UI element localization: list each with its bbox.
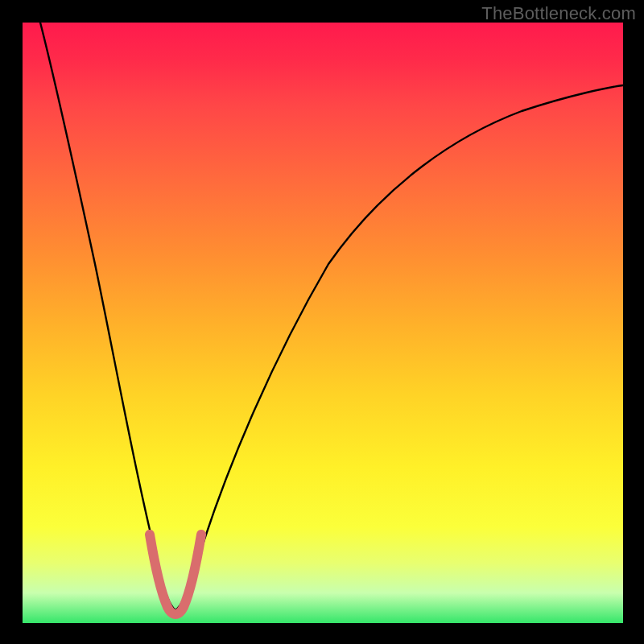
- plot-area: [23, 23, 623, 623]
- chart-frame: TheBottleneck.com: [0, 0, 644, 644]
- watermark-text: TheBottleneck.com: [481, 3, 636, 24]
- highlight-curve: [150, 535, 201, 614]
- main-curve: [40, 23, 623, 610]
- curve-layer: [23, 23, 623, 623]
